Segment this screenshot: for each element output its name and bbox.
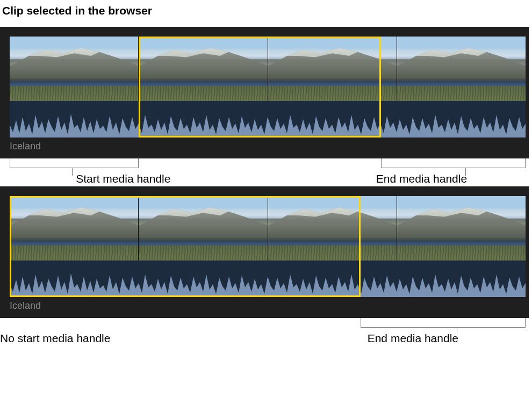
callouts-1: Start media handle End media handle [0, 158, 529, 186]
clip-name-label-1: Iceland [10, 138, 529, 158]
page-title: Clip selected in the browser [2, 4, 532, 17]
end-handle-label: End media handle [376, 172, 467, 185]
clip-frame [139, 37, 268, 101]
clip-frame [268, 196, 397, 261]
clip-frame [397, 37, 526, 101]
clip-frame [10, 37, 139, 101]
clip-frame [397, 196, 526, 261]
clip-frames-2 [10, 196, 526, 261]
clip-frames-1 [10, 37, 526, 101]
browser-panel-2: Iceland [0, 186, 529, 318]
audio-waveform-2 [10, 261, 526, 297]
clip-filmstrip-1[interactable] [10, 37, 526, 138]
clip-filmstrip-2[interactable] [10, 196, 526, 297]
start-handle-label: Start media handle [76, 172, 170, 185]
clip-name-label-2: Iceland [10, 297, 529, 318]
callouts-2: No start media handle End media handle [0, 318, 529, 346]
browser-panel-1: Iceland [0, 27, 529, 158]
end-handle-bracket-2 [361, 318, 526, 328]
clip-frame [139, 196, 268, 261]
no-start-handle-label: No start media handle [0, 332, 110, 345]
audio-waveform-1 [10, 101, 526, 138]
end-handle-bracket [381, 158, 526, 168]
start-handle-bracket [10, 158, 139, 168]
clip-frame [10, 196, 139, 261]
end-handle-label-2: End media handle [368, 332, 458, 345]
clip-frame [268, 37, 397, 101]
